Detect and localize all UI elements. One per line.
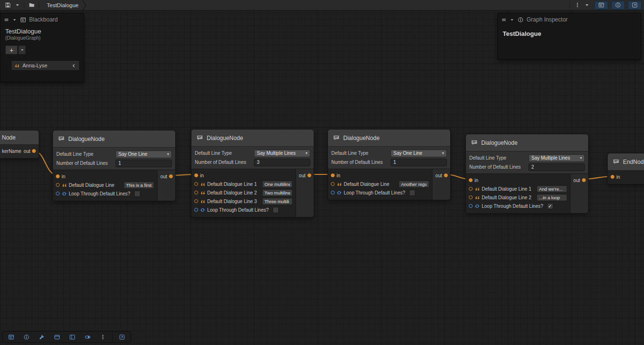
fullscreen-toggle-button[interactable] — [628, 1, 642, 10]
dialogue-line-field[interactable] — [262, 198, 293, 205]
dialogue-line-field[interactable] — [262, 189, 293, 196]
node-title-bar[interactable]: DialogueNode — [328, 129, 450, 147]
blackboard-header[interactable]: Blackboard — [0, 13, 84, 26]
graph-inspector-toggle-button[interactable] — [611, 1, 625, 10]
flow-input-port[interactable] — [56, 174, 60, 178]
save-options-caret-button[interactable] — [13, 1, 22, 10]
tools-button[interactable] — [34, 332, 49, 342]
clipped-speaker-node[interactable]: NodekerNameout — [0, 130, 39, 159]
more-button[interactable] — [95, 332, 110, 342]
loop-checkbox[interactable] — [273, 207, 279, 213]
port-label: out — [435, 173, 442, 178]
board-panel-button[interactable] — [65, 332, 80, 342]
loop-icon — [475, 204, 480, 209]
more-options-caret-button[interactable] — [582, 1, 591, 10]
flow-output-port[interactable] — [444, 173, 448, 177]
dialogue-node-3[interactable]: DialogueNodeDefault Line TypeSay One Lin… — [327, 129, 451, 200]
add-variable-caret-button[interactable] — [19, 45, 26, 54]
number-of-lines-field[interactable] — [391, 159, 447, 166]
flow-output-port[interactable] — [307, 173, 311, 177]
string-input-port[interactable] — [194, 191, 198, 194]
string-input-port[interactable] — [331, 182, 335, 186]
inspector-panel-button[interactable] — [19, 332, 34, 342]
inspector-icon — [23, 334, 30, 340]
drag-handle-icon[interactable] — [4, 17, 9, 22]
dialogue-node-4[interactable]: DialogueNodeDefault Line TypeSay Multipl… — [465, 134, 589, 214]
dialogue-line-field[interactable] — [537, 185, 567, 193]
line-type-dropdown[interactable]: Say One Line▾ — [391, 150, 447, 157]
inspector-icon — [517, 17, 524, 23]
dialogue-node-1[interactable]: DialogueNodeDefault Line TypeSay One Lin… — [53, 130, 176, 201]
drag-handle-icon[interactable] — [501, 17, 507, 22]
number-of-lines-field[interactable] — [528, 163, 585, 171]
string-input-port[interactable] — [469, 195, 473, 199]
number-of-lines-field[interactable] — [254, 159, 310, 166]
flow-output-port[interactable] — [169, 174, 173, 178]
loop-checkbox[interactable] — [134, 191, 140, 197]
dialogue-node-2[interactable]: DialogueNodeDefault Line TypeSay Multipl… — [191, 129, 314, 217]
flow-input-port[interactable] — [331, 173, 335, 177]
dots-vertical-icon — [100, 334, 106, 340]
loop-icon — [337, 190, 342, 195]
blackboard-variable-row[interactable]: Anna-Lyse — [11, 60, 80, 71]
dialogue-line-field[interactable] — [124, 182, 154, 189]
save-button[interactable] — [2, 1, 13, 10]
graph-inspector-header[interactable]: Graph Inspector — [498, 13, 641, 26]
breadcrumb-test-dialogue[interactable]: TestDialogue — [41, 0, 87, 11]
node-title-bar[interactable]: Node — [0, 130, 39, 145]
bool-input-port[interactable] — [194, 208, 198, 212]
toggle-icon — [84, 334, 91, 340]
node-ports: inDefault Dialogue LineLoop Through Defa… — [53, 170, 175, 201]
number-of-lines-field[interactable] — [116, 160, 172, 167]
property-label: Number of Default Lines — [331, 160, 388, 165]
expand-chevron-icon[interactable] — [71, 63, 76, 68]
string-input-port[interactable] — [194, 199, 198, 203]
input-port-row: Loop Through Default Lines?✓ — [466, 202, 570, 210]
fullscreen-button[interactable] — [115, 332, 129, 342]
string-input-port[interactable] — [194, 182, 198, 186]
blackboard-panel-button[interactable] — [4, 332, 19, 342]
property-row: Number of Default Lines — [55, 159, 173, 168]
input-port-row: Default Dialogue Line 2 — [466, 193, 570, 202]
open-asset-button[interactable] — [26, 1, 37, 10]
line-type-dropdown[interactable]: Say Multiple Lines▾ — [254, 150, 310, 157]
string-input-port[interactable] — [469, 187, 473, 191]
bool-input-port[interactable] — [56, 192, 60, 195]
port-label: Default Dialogue Line — [69, 183, 115, 188]
line-type-dropdown[interactable]: Say One Line▾ — [116, 151, 172, 158]
line-type-dropdown[interactable]: Say Multiple Lines▾ — [528, 154, 585, 162]
panel-icon — [69, 334, 75, 340]
node-title-bar[interactable]: DialogueNode — [53, 130, 175, 148]
node-title-bar[interactable]: EndNode — [608, 153, 644, 171]
input-port-row: in — [466, 176, 570, 184]
flow-input-port[interactable] — [611, 175, 614, 179]
blackboard-graph-name: TestDialogue — [0, 26, 84, 35]
loop-icon — [200, 207, 205, 213]
property-label: Default Line Type — [195, 151, 251, 156]
port-label: Default Dialogue Line 3 — [207, 199, 257, 204]
loop-checkbox[interactable] — [409, 190, 415, 196]
string-input-port[interactable] — [56, 183, 60, 187]
flow-output-port[interactable] — [582, 178, 586, 182]
dialogue-line-field[interactable] — [262, 181, 293, 188]
blackboard-icon — [20, 17, 26, 23]
caret-down-icon — [584, 2, 590, 8]
collapse-caret-icon[interactable] — [12, 17, 17, 22]
node-title-bar[interactable]: DialogueNode — [191, 129, 314, 147]
flow-input-port[interactable] — [469, 178, 473, 182]
flow-input-port[interactable] — [194, 173, 198, 177]
flow-output-port[interactable] — [32, 149, 36, 153]
blackboard-toggle-button[interactable] — [594, 1, 608, 10]
node-title-bar[interactable]: DialogueNode — [466, 134, 588, 151]
loop-checkbox[interactable]: ✓ — [547, 203, 553, 209]
dialogue-line-field[interactable] — [399, 181, 429, 188]
end-node[interactable]: EndNodein — [607, 153, 644, 184]
window-button[interactable] — [50, 332, 64, 342]
dialogue-line-field[interactable] — [537, 194, 567, 201]
add-variable-button[interactable]: + — [5, 45, 18, 54]
more-options-button[interactable] — [572, 1, 582, 10]
toggle-panel-button[interactable] — [80, 332, 95, 342]
bool-input-port[interactable] — [469, 204, 473, 208]
bool-input-port[interactable] — [331, 191, 335, 194]
collapse-caret-icon[interactable] — [509, 17, 515, 22]
